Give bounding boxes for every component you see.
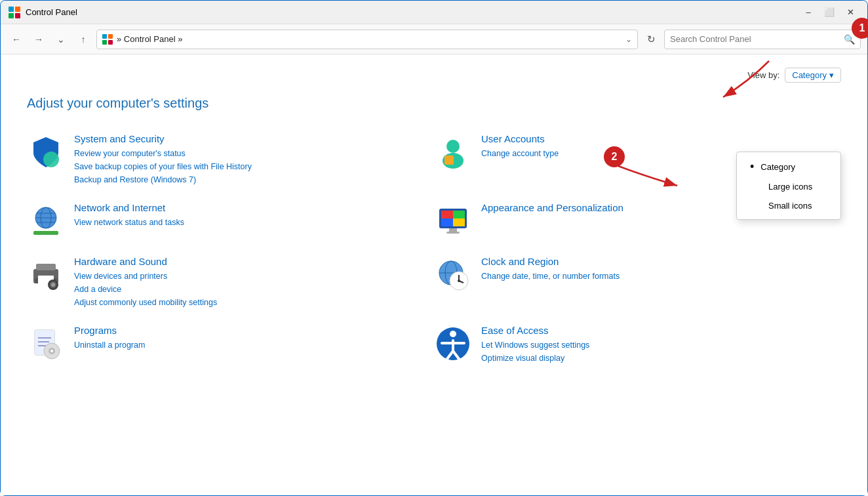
svg-rect-0 [9, 7, 14, 12]
user-accounts-icon [434, 133, 472, 171]
svg-rect-18 [33, 231, 58, 235]
search-input[interactable] [670, 34, 841, 44]
view-by-dropdown-menu: • Category Large icons Small icons [736, 152, 841, 220]
system-security-icon [27, 133, 65, 171]
svg-rect-28 [36, 264, 56, 270]
dropdown-item-large-icons[interactable]: Large icons [737, 177, 840, 196]
svg-rect-22 [453, 211, 465, 218]
page-title: Adjust your computer's settings [27, 96, 841, 111]
search-box[interactable]: 🔍 [664, 30, 861, 49]
svg-rect-1 [15, 7, 20, 12]
clock-region-link-0[interactable]: Change date, time, or number formats [481, 270, 841, 283]
svg-rect-7 [108, 40, 113, 45]
svg-point-48 [50, 350, 53, 352]
programs-link-0[interactable]: Uninstall a program [74, 339, 434, 352]
network-internet-link-0[interactable]: View network status and tasks [74, 216, 434, 229]
svg-rect-2 [9, 13, 14, 18]
svg-rect-23 [441, 218, 453, 226]
categories-grid: System and Security Review your computer… [27, 127, 841, 371]
category-system-security: System and Security Review your computer… [27, 127, 434, 193]
svg-point-9 [43, 152, 59, 167]
user-accounts-title[interactable]: User Accounts [481, 133, 841, 144]
view-by-bar: View by: Category ▾ [27, 68, 841, 83]
forward-button[interactable]: → [30, 30, 48, 49]
ease-access-info: Ease of Access Let Windows suggest setti… [481, 325, 841, 365]
main-content: View by: Category ▾ Adjust your computer… [1, 54, 867, 495]
view-by-label: View by: [747, 70, 779, 80]
appearance-icon [434, 202, 472, 240]
category-clock-region: Clock and Region Change date, time, or n… [434, 249, 841, 316]
selected-bullet: • [750, 161, 754, 173]
system-security-link-1[interactable]: Save backup copies of your files with Fi… [74, 160, 434, 173]
network-internet-info: Network and Internet View network status… [74, 202, 434, 229]
hardware-sound-info: Hardware and Sound View devices and prin… [74, 256, 434, 309]
clock-region-icon [434, 256, 472, 294]
clock-region-info: Clock and Region Change date, time, or n… [481, 256, 841, 283]
svg-rect-5 [108, 34, 113, 39]
network-internet-title[interactable]: Network and Internet [74, 202, 434, 213]
category-hardware-sound: Hardware and Sound View devices and prin… [27, 249, 434, 316]
svg-point-40 [458, 279, 460, 282]
annotation-badge-2: 2 [604, 146, 625, 167]
window-title: Control Panel [26, 7, 77, 17]
address-bar: ← → ⌄ ↑ » Control Panel » ⌄ ↻ 🔍 1 [1, 24, 867, 54]
programs-icon [27, 325, 65, 363]
refresh-button[interactable]: ↻ [642, 30, 660, 49]
minimize-button[interactable]: – [799, 5, 818, 20]
system-security-link-0[interactable]: Review your computer's status [74, 147, 434, 160]
hardware-sound-icon [27, 256, 65, 294]
category-network-internet: Network and Internet View network status… [27, 196, 434, 247]
svg-rect-24 [453, 218, 465, 226]
view-by-dropdown[interactable]: Category ▾ [785, 68, 841, 83]
back-button[interactable]: ← [7, 30, 26, 49]
svg-rect-3 [15, 13, 20, 18]
dropdown-item-category[interactable]: • Category [737, 156, 840, 177]
restore-button[interactable]: ⬜ [820, 5, 838, 20]
ease-access-link-1[interactable]: Optimize visual display [481, 352, 841, 365]
ease-access-title[interactable]: Ease of Access [481, 325, 841, 336]
ease-access-icon [434, 325, 472, 363]
category-ease-access: Ease of Access Let Windows suggest setti… [434, 318, 841, 371]
hardware-sound-link-1[interactable]: Add a device [74, 283, 434, 296]
hardware-sound-title[interactable]: Hardware and Sound [74, 256, 434, 267]
svg-point-50 [450, 331, 456, 337]
search-container: 🔍 1 [664, 30, 861, 49]
search-button[interactable]: 🔍 [844, 34, 855, 45]
programs-title[interactable]: Programs [74, 325, 434, 336]
system-security-title[interactable]: System and Security [74, 133, 434, 144]
address-field[interactable]: » Control Panel » ⌄ [96, 30, 638, 49]
address-chevron-icon: ⌄ [625, 35, 632, 44]
svg-rect-21 [441, 211, 453, 218]
svg-rect-6 [102, 40, 107, 45]
category-programs: Programs Uninstall a program [27, 318, 434, 371]
title-bar: Control Panel – ⬜ ✕ [1, 1, 867, 24]
network-internet-icon [27, 202, 65, 240]
close-button[interactable]: ✕ [841, 5, 859, 20]
window-icon [9, 7, 20, 18]
title-bar-left: Control Panel [9, 7, 77, 18]
address-cp-icon [102, 34, 113, 45]
hardware-sound-link-0[interactable]: View devices and printers [74, 270, 434, 283]
hardware-sound-link-2[interactable]: Adjust commonly used mobility settings [74, 296, 434, 309]
system-security-link-2[interactable]: Backup and Restore (Windows 7) [74, 173, 434, 186]
annotation-badge-1: 1 [852, 18, 868, 39]
main-window: Control Panel – ⬜ ✕ ← → ⌄ ↑ » Control Pa… [0, 0, 868, 496]
programs-info: Programs Uninstall a program [74, 325, 434, 352]
up-button[interactable]: ↑ [74, 30, 92, 49]
dropdown-item-small-icons[interactable]: Small icons [737, 196, 840, 215]
svg-point-33 [51, 283, 55, 287]
clock-region-title[interactable]: Clock and Region [481, 256, 841, 267]
svg-rect-26 [446, 232, 460, 234]
recent-locations-button[interactable]: ⌄ [52, 30, 70, 49]
ease-access-link-0[interactable]: Let Windows suggest settings [481, 339, 841, 352]
svg-point-10 [446, 140, 460, 153]
svg-rect-25 [449, 228, 457, 232]
svg-rect-4 [102, 34, 107, 39]
address-path: » Control Panel » [117, 34, 182, 44]
title-bar-controls: – ⬜ ✕ [799, 5, 859, 20]
system-security-info: System and Security Review your computer… [74, 133, 434, 186]
